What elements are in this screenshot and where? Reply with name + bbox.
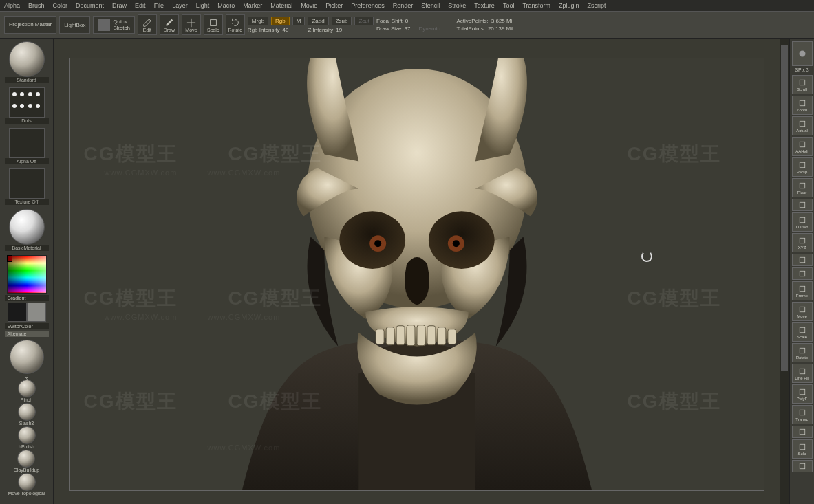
focal-value[interactable]: 0: [405, 18, 408, 24]
bpr-button[interactable]: [792, 41, 813, 66]
right-persp-button[interactable]: Persp: [792, 157, 813, 177]
quick-sketch-button[interactable]: Quick Sketch: [93, 16, 134, 34]
color-picker[interactable]: [7, 255, 47, 294]
menu-tool[interactable]: Tool: [503, 2, 515, 9]
menu-texture[interactable]: Texture: [474, 2, 495, 9]
menu-macro[interactable]: Macro: [217, 2, 235, 9]
right-lorien-button[interactable]: LOrien: [792, 212, 813, 232]
menu-stroke[interactable]: Stroke: [448, 2, 466, 9]
swatch-secondary[interactable]: [27, 303, 46, 322]
alpha-slot[interactable]: Alpha Off: [5, 128, 49, 164]
menu-preferences[interactable]: Preferences: [351, 2, 385, 9]
menu-transform[interactable]: Transform: [522, 2, 550, 9]
brush-slot[interactable]: Standard: [5, 41, 49, 83]
alternate-button[interactable]: Alternate: [5, 331, 49, 337]
texture-slot[interactable]: Texture Off: [5, 168, 49, 205]
right-move-button[interactable]: Move: [792, 302, 813, 321]
right-line-fill-button[interactable]: Line Fill: [792, 364, 813, 383]
move-button[interactable]: Move: [182, 14, 201, 35]
menu-light[interactable]: Light: [196, 2, 210, 9]
right-solo-button[interactable]: Solo: [792, 439, 813, 459]
draw-button[interactable]: Draw: [160, 14, 179, 35]
zadd-chip[interactable]: Zadd: [308, 17, 328, 25]
menu-edit[interactable]: Edit: [135, 2, 146, 9]
quick-brush-claybuildup[interactable]: ClayBuildup: [14, 450, 39, 472]
menu-movie[interactable]: Movie: [301, 2, 317, 9]
right-floor-button[interactable]: Floor: [792, 178, 813, 197]
viewport[interactable]: CG模型王 CG模型王 CG模型王 CG模型王 CG模型王 CG模型王 CG模型…: [69, 58, 764, 491]
right-small-button[interactable]: [792, 254, 813, 266]
Scale-icon: [797, 326, 807, 334]
edit-button[interactable]: Edit: [138, 14, 157, 35]
right-small-button[interactable]: [792, 267, 813, 280]
rgb-chip[interactable]: Rgb: [271, 17, 290, 25]
right-aahalf-button[interactable]: AAHalf: [792, 137, 813, 156]
Frame-icon: [797, 285, 807, 293]
right-small-button[interactable]: [792, 426, 813, 438]
menu-document[interactable]: Document: [76, 2, 104, 9]
quick-brush-q[interactable]: Q: [10, 340, 44, 379]
quick-brush-slash3[interactable]: Slash3: [18, 403, 36, 426]
right-xyz-button[interactable]: XYZ: [792, 233, 813, 252]
swatch-main[interactable]: [8, 303, 27, 322]
menu-zplugin[interactable]: Zplugin: [559, 2, 579, 9]
quick-brush-hpolish[interactable]: hPolish: [18, 426, 36, 449]
right-scroll-button[interactable]: Scroll: [792, 75, 813, 94]
right-rotate-button[interactable]: Rotate: [792, 343, 813, 362]
menu-zscript[interactable]: Zscript: [588, 2, 606, 9]
mrgb-chip[interactable]: Mrgb: [248, 17, 268, 25]
quicksketch-icon: [98, 19, 110, 31]
menu-draw[interactable]: Draw: [112, 2, 127, 9]
right-small-button[interactable]: [792, 460, 813, 472]
menu-stencil[interactable]: Stencil: [421, 2, 440, 9]
focal-label: Focal Shift: [376, 18, 403, 24]
rgb-intensity-value[interactable]: 40: [283, 27, 289, 33]
projection-master-button[interactable]: Projection Master: [4, 16, 56, 34]
m-chip[interactable]: M: [292, 17, 306, 25]
menu-render[interactable]: Render: [393, 2, 414, 9]
scroll-thumb[interactable]: [781, 45, 788, 371]
svg-rect-29: [800, 307, 805, 312]
vertical-scrollbar[interactable]: [780, 39, 789, 504]
spix-label[interactable]: SPix 3: [795, 67, 808, 72]
right-polyf-button[interactable]: PolyF: [792, 384, 813, 404]
lightbox-button[interactable]: LightBox: [59, 16, 90, 34]
menu-file[interactable]: File: [154, 2, 164, 9]
quick-brush-move-topological[interactable]: Move Topological: [8, 473, 45, 496]
right-button-label: LOrien: [795, 225, 808, 229]
right-transp-button[interactable]: Transp: [792, 405, 813, 424]
right-zoom-button[interactable]: Zoom: [792, 96, 813, 115]
right-small-button[interactable]: [792, 199, 813, 211]
switchcolor-button[interactable]: SwitchColor: [5, 323, 49, 329]
menu-picker[interactable]: Picker: [325, 2, 343, 9]
zsub-chip[interactable]: Zsub: [332, 17, 352, 25]
menu-color[interactable]: Color: [53, 2, 68, 9]
menu-material[interactable]: Material: [270, 2, 292, 9]
zcut-chip[interactable]: Zcut: [354, 17, 374, 25]
right-actual-button[interactable]: Actual: [792, 116, 813, 135]
right-button-label: Zoom: [797, 108, 807, 112]
right-button-label: Frame: [796, 294, 808, 298]
menu-alpha[interactable]: Alpha: [4, 2, 20, 9]
scale-button[interactable]: Scale: [204, 14, 223, 35]
quick-brush-pinch[interactable]: Pinch: [18, 380, 36, 402]
right-scale-button[interactable]: Scale: [792, 322, 813, 342]
stroke-slot[interactable]: Dots: [5, 87, 49, 124]
rotate-button[interactable]: Rotate: [226, 14, 245, 35]
menu-marker[interactable]: Marker: [243, 2, 262, 9]
alpha-preview-icon: [9, 128, 45, 158]
z-intensity-value[interactable]: 19: [336, 27, 342, 33]
menu-layer[interactable]: Layer: [172, 2, 188, 9]
gradient-label[interactable]: Gradient: [5, 295, 49, 301]
dynamic-label[interactable]: Dynamic: [418, 25, 440, 32]
rgb-intensity-label: Rgb Intensity: [248, 27, 280, 33]
gradient-swatches[interactable]: [8, 303, 46, 322]
menu-brush[interactable]: Brush: [28, 2, 45, 9]
drawsize-value[interactable]: 37: [405, 25, 411, 32]
material-slot[interactable]: BasicMaterial: [5, 209, 49, 251]
material-preview-icon: [9, 209, 45, 245]
points-params: ActivePoints: 3.625 Mil TotalPoints: 20.…: [457, 18, 514, 32]
current-color-swatch: [7, 255, 12, 262]
material-label: BasicMaterial: [5, 245, 49, 251]
right-frame-button[interactable]: Frame: [792, 281, 813, 300]
